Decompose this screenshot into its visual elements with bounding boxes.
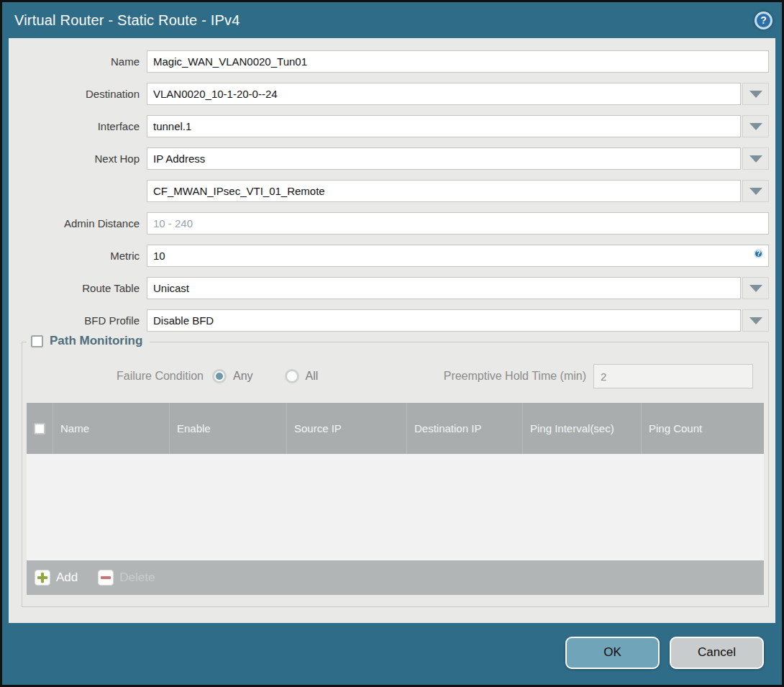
- admin-distance-label: Admin Distance: [9, 217, 147, 229]
- next-hop-type-dropdown-button[interactable]: [742, 147, 769, 170]
- interface-label: Interface: [9, 120, 147, 132]
- preemptive-hold-time-input[interactable]: [593, 364, 753, 388]
- failure-condition-all-label: All: [306, 370, 319, 383]
- column-header-enable: Enable: [170, 403, 287, 454]
- failure-condition-row: Failure Condition Any All Preemptive Hol…: [27, 364, 764, 388]
- interface-input[interactable]: [147, 115, 741, 137]
- route-table-row: Route Table: [9, 277, 769, 299]
- bfd-profile-row: BFD Profile: [9, 309, 769, 332]
- name-label: Name: [9, 55, 147, 68]
- preemptive-hold-time-group: Preemptive Hold Time (min): [444, 364, 753, 388]
- table-toolbar: Add Delete: [27, 560, 764, 595]
- column-header-ping-interval: Ping Interval(sec): [523, 403, 642, 454]
- preemptive-hold-time-label: Preemptive Hold Time (min): [444, 370, 586, 383]
- bfd-profile-input[interactable]: [147, 309, 741, 332]
- next-hop-address-input[interactable]: [147, 180, 741, 202]
- name-row: Name: [9, 50, 769, 73]
- dialog-content: Name Destination Interface: [9, 38, 775, 623]
- next-hop-type-input[interactable]: [147, 147, 741, 170]
- next-hop-address-dropdown-button[interactable]: [742, 180, 769, 202]
- interface-dropdown-button[interactable]: [742, 115, 769, 137]
- bfd-profile-dropdown-button[interactable]: [742, 309, 769, 332]
- next-hop-label: Next Hop: [9, 153, 147, 165]
- failure-condition-all-radio[interactable]: [285, 369, 299, 383]
- failure-condition-label: Failure Condition: [27, 370, 212, 383]
- bfd-profile-label: BFD Profile: [9, 314, 147, 327]
- destination-input[interactable]: [147, 83, 741, 105]
- destination-row: Destination: [9, 83, 769, 105]
- chevron-down-icon: [749, 155, 762, 163]
- interface-row: Interface: [9, 115, 769, 137]
- destination-label: Destination: [9, 88, 147, 100]
- metric-label: Metric: [9, 250, 147, 262]
- path-monitoring-title: Path Monitoring: [50, 334, 142, 348]
- path-monitoring-table: Name Enable Source IP Destination IP Pin…: [27, 403, 764, 595]
- route-table-label: Route Table: [9, 282, 147, 294]
- plus-icon: [35, 570, 50, 586]
- table-header-row: Name Enable Source IP Destination IP Pin…: [27, 403, 764, 454]
- path-monitoring-legend: Path Monitoring: [27, 334, 150, 348]
- dialog-title: Virtual Router - Static Route - IPv4: [14, 12, 240, 29]
- chevron-down-icon: [749, 285, 762, 292]
- chevron-down-icon: [749, 91, 762, 98]
- metric-row: Metric ?: [9, 245, 769, 267]
- destination-dropdown-button[interactable]: [742, 83, 769, 105]
- help-icon[interactable]: ?: [755, 12, 772, 29]
- cancel-button[interactable]: Cancel: [670, 637, 764, 669]
- delete-button-label: Delete: [119, 570, 155, 585]
- select-all-checkbox[interactable]: [34, 423, 45, 435]
- column-header-name: Name: [53, 403, 170, 454]
- dialog-titlebar: Virtual Router - Static Route - IPv4 ?: [2, 2, 782, 38]
- admin-distance-row: Admin Distance: [9, 212, 769, 235]
- ok-button[interactable]: OK: [565, 637, 660, 669]
- path-monitoring-section: Path Monitoring Failure Condition Any Al…: [22, 342, 769, 607]
- failure-condition-any-label: Any: [233, 370, 253, 383]
- table-body-empty: [27, 454, 764, 560]
- select-all-cell: [27, 403, 53, 454]
- route-form: Name Destination Interface: [9, 38, 775, 332]
- chevron-down-icon: [749, 188, 762, 195]
- chevron-down-icon: [749, 317, 762, 324]
- column-header-source-ip: Source IP: [287, 403, 407, 454]
- route-table-dropdown-button[interactable]: [742, 277, 769, 299]
- next-hop-address-row: [9, 180, 769, 202]
- column-header-destination-ip: Destination IP: [407, 403, 523, 454]
- minus-icon: [98, 570, 114, 586]
- add-button-label: Add: [56, 570, 78, 585]
- metric-input[interactable]: [147, 245, 769, 267]
- next-hop-row: Next Hop: [9, 147, 769, 170]
- name-input[interactable]: [147, 50, 769, 73]
- static-route-dialog: Virtual Router - Static Route - IPv4 ? N…: [0, 0, 784, 687]
- route-table-input[interactable]: [147, 277, 741, 299]
- metric-help-icon[interactable]: ?: [754, 249, 763, 258]
- path-monitoring-checkbox[interactable]: [31, 335, 43, 347]
- chevron-down-icon: [749, 123, 762, 130]
- admin-distance-input[interactable]: [147, 212, 769, 235]
- delete-button[interactable]: Delete: [98, 570, 155, 586]
- failure-condition-any-radio[interactable]: [212, 369, 227, 383]
- add-button[interactable]: Add: [35, 570, 78, 586]
- column-header-ping-count: Ping Count: [642, 403, 764, 454]
- dialog-footer: OK Cancel: [2, 623, 782, 685]
